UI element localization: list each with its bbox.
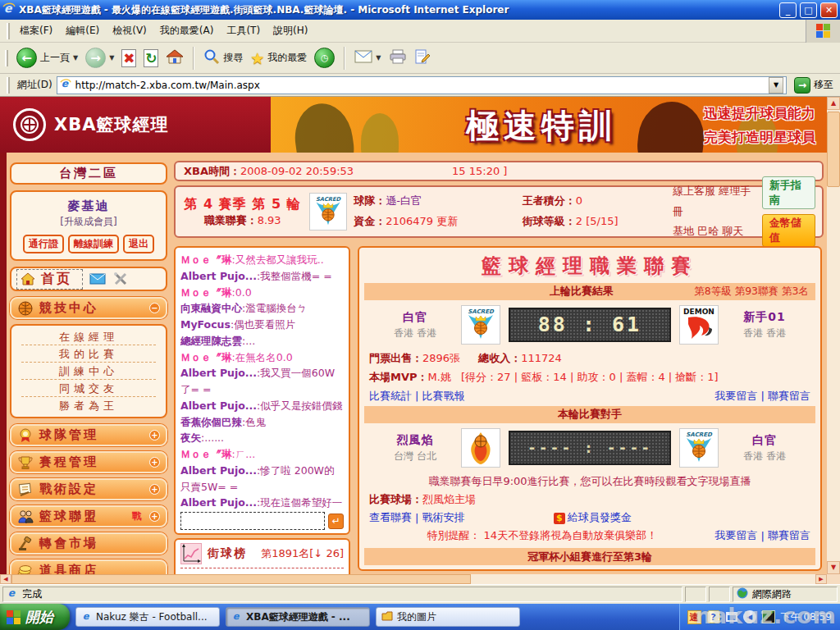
back-dropdown-icon[interactable]: ▼ bbox=[73, 54, 78, 62]
home-nav[interactable]: 首页 bbox=[16, 269, 83, 290]
sidebar-item-city-friends[interactable]: 同城交友 bbox=[21, 380, 156, 397]
league-message-link[interactable]: 聯賽留言 bbox=[768, 528, 810, 543]
forward-button[interactable]: → ▼ bbox=[83, 46, 116, 70]
expand-icon[interactable]: + bbox=[149, 511, 160, 522]
banner-headline: 極速特訓 bbox=[466, 103, 617, 148]
refresh-button[interactable]: ↻ bbox=[141, 48, 161, 69]
menu-tools[interactable]: 工具(T) bbox=[220, 21, 267, 41]
match-report-link[interactable]: 比賽戰報 bbox=[422, 389, 464, 404]
next-home-team[interactable]: 烈風焰 台灣 台北 bbox=[377, 431, 453, 463]
topup-button[interactable]: 金幣儲值 bbox=[762, 214, 815, 247]
sidebar-item-winner-king[interactable]: 勝者為王 bbox=[21, 397, 156, 414]
back-button[interactable]: ← 上一頁 ▼ bbox=[14, 46, 80, 70]
chat-input[interactable] bbox=[180, 512, 325, 530]
scroll-up-icon[interactable]: ▲ bbox=[827, 97, 840, 110]
sidebar-item-training-center[interactable]: 訓練中心 bbox=[21, 363, 156, 380]
exit-button[interactable]: 退出 bbox=[123, 235, 154, 253]
sidebar-section-arena[interactable]: 競技中心 − bbox=[10, 297, 167, 319]
favorites-button[interactable]: ★ 我的最愛 bbox=[248, 48, 309, 69]
sidebar-section-transfer[interactable]: 轉會市場 bbox=[10, 532, 167, 555]
history-button[interactable]: ◷ bbox=[312, 46, 337, 70]
chat-link[interactable]: 聊天 bbox=[722, 225, 743, 237]
scrollbar-thumb[interactable] bbox=[827, 112, 840, 187]
leave-message-link[interactable]: 我要留言 bbox=[715, 389, 758, 404]
sidebar-section-tactics[interactable]: 戰術設定 + bbox=[10, 478, 167, 500]
url-dropdown-icon[interactable]: ▼ bbox=[769, 77, 783, 94]
league-message-link[interactable]: 聯賽留言 bbox=[768, 389, 810, 404]
sidebar-item-online-manager[interactable]: 在線經理 bbox=[21, 328, 156, 345]
menu-help[interactable]: 說明(H) bbox=[267, 21, 314, 41]
bonus-link[interactable]: 給球員發獎金 bbox=[568, 511, 632, 523]
newbie-guide-button[interactable]: 新手指南 bbox=[762, 176, 815, 209]
scroll-down-icon[interactable]: ▼ bbox=[827, 561, 840, 574]
start-button[interactable]: 開始 bbox=[0, 604, 70, 630]
mail-icon[interactable] bbox=[89, 271, 106, 287]
collapse-icon[interactable]: − bbox=[149, 303, 160, 313]
edit-button[interactable] bbox=[412, 47, 433, 69]
leave-message-link[interactable]: 我要留言 bbox=[715, 528, 758, 543]
help-tray-icon[interactable]: ? bbox=[707, 610, 720, 623]
minimize-button[interactable]: _ bbox=[779, 2, 797, 18]
pass-button[interactable]: 通行證 bbox=[23, 235, 64, 253]
collapse-tray-icon[interactable]: ◀ bbox=[743, 610, 756, 623]
sidebar-section-league[interactable]: 籃球聯盟 戰 + bbox=[10, 505, 167, 527]
menu-favorites[interactable]: 我的最愛(A) bbox=[153, 21, 221, 41]
match-stats-link[interactable]: 比賽統計 bbox=[369, 389, 412, 404]
home-team[interactable]: 白官 香港 香港 bbox=[377, 308, 453, 340]
street-rank-label[interactable]: 街球榜 bbox=[208, 546, 247, 561]
sidebar-section-team[interactable]: 球隊管理 + bbox=[10, 424, 167, 446]
drag-handle[interactable] bbox=[7, 77, 10, 94]
banner[interactable]: XBA籃球經理 極速特訓 迅速提升球員能力 完美打造明星球員 bbox=[0, 97, 827, 153]
address-input[interactable]: e http://match-2.xba.com.tw/Main.aspx ▼ bbox=[57, 76, 787, 94]
horizontal-scrollbar[interactable]: ◀ ▶ bbox=[0, 574, 827, 584]
maximize-button[interactable]: □ bbox=[800, 2, 817, 18]
next-away-team[interactable]: 白官 香港 香港 bbox=[727, 431, 802, 463]
mail-button[interactable]: ▼ bbox=[352, 48, 383, 67]
window-tray-icon[interactable] bbox=[726, 612, 737, 622]
vertical-scrollbar[interactable]: ▲ ▼ bbox=[827, 97, 840, 574]
tactics-link[interactable]: 戰術安排 bbox=[422, 510, 464, 525]
ad-banner[interactable]: 極速特訓 迅速提升球員能力 完美打造明星球員 bbox=[271, 97, 827, 153]
drag-handle[interactable] bbox=[5, 50, 8, 66]
menu-file[interactable]: 檔案(F) bbox=[13, 21, 59, 41]
expand-icon[interactable]: + bbox=[149, 484, 160, 495]
view-league-link[interactable]: 查看聯賽 bbox=[369, 510, 412, 525]
away-team[interactable]: 新手01 香港 香港 bbox=[727, 308, 802, 340]
service-link[interactable]: 線上客服 bbox=[673, 185, 715, 197]
tools-icon[interactable] bbox=[112, 271, 129, 287]
scrollbar-thumb[interactable] bbox=[11, 574, 471, 584]
drag-handle[interactable] bbox=[7, 23, 10, 39]
bonus-link-wrap[interactable]: $給球員發獎金 bbox=[554, 510, 632, 525]
taskbar-item-nakuz[interactable]: e Nakuz 樂古 - Football... bbox=[75, 607, 220, 627]
menu-view[interactable]: 檢視(V) bbox=[106, 21, 153, 41]
taskbar-item-xba[interactable]: e XBA籃球經理遊戲 - ... bbox=[226, 607, 370, 627]
menu-edit[interactable]: 編輯(E) bbox=[59, 21, 106, 41]
site-logo[interactable]: XBA籃球經理 bbox=[0, 97, 271, 153]
search-button[interactable]: 搜尋 bbox=[201, 47, 245, 69]
baha-link[interactable]: 巴哈 bbox=[697, 225, 719, 237]
mail-dropdown-icon[interactable]: ▼ bbox=[376, 54, 381, 62]
url-text[interactable]: http://match-2.xba.com.tw/Main.aspx bbox=[75, 80, 765, 91]
go-button[interactable]: → 移至 bbox=[791, 76, 837, 94]
home-button[interactable] bbox=[163, 47, 186, 69]
forward-dropdown-icon[interactable]: ▼ bbox=[109, 54, 114, 62]
sidebar-section-schedule[interactable]: 賽程管理 + bbox=[10, 451, 167, 473]
refresh-funds-link[interactable]: 更新 bbox=[436, 215, 458, 227]
scroll-left-icon[interactable]: ◀ bbox=[0, 574, 11, 584]
chat-messages[interactable]: Ｍｏｅ〞琳:又然去都又讓我玩.. Albert Pujo...:我整個當機= =… bbox=[180, 252, 344, 509]
sidebar-item-my-matches[interactable]: 我的比賽 bbox=[21, 345, 156, 363]
expand-icon[interactable]: + bbox=[149, 430, 160, 441]
close-button[interactable]: ✕ bbox=[820, 2, 838, 18]
offline-training-button[interactable]: 離線訓練 bbox=[68, 235, 119, 253]
print-button[interactable] bbox=[386, 48, 409, 68]
upgrade-link[interactable]: [升級成會員] bbox=[11, 215, 166, 229]
expand-icon[interactable]: + bbox=[149, 457, 160, 468]
taskbar-item-my-pictures[interactable]: 我的圖片 bbox=[376, 607, 520, 627]
speed-tray-icon[interactable]: 速 bbox=[687, 610, 701, 624]
stop-button[interactable]: ✖ bbox=[119, 48, 139, 69]
scroll-right-icon[interactable]: ▶ bbox=[815, 574, 827, 584]
base-link[interactable]: 基地 bbox=[673, 225, 694, 237]
sidebar-section-shop[interactable]: 道具商店 bbox=[10, 559, 167, 574]
nakuz-tray-icon[interactable] bbox=[762, 610, 775, 623]
chat-send-button[interactable]: ↵ bbox=[328, 514, 344, 529]
